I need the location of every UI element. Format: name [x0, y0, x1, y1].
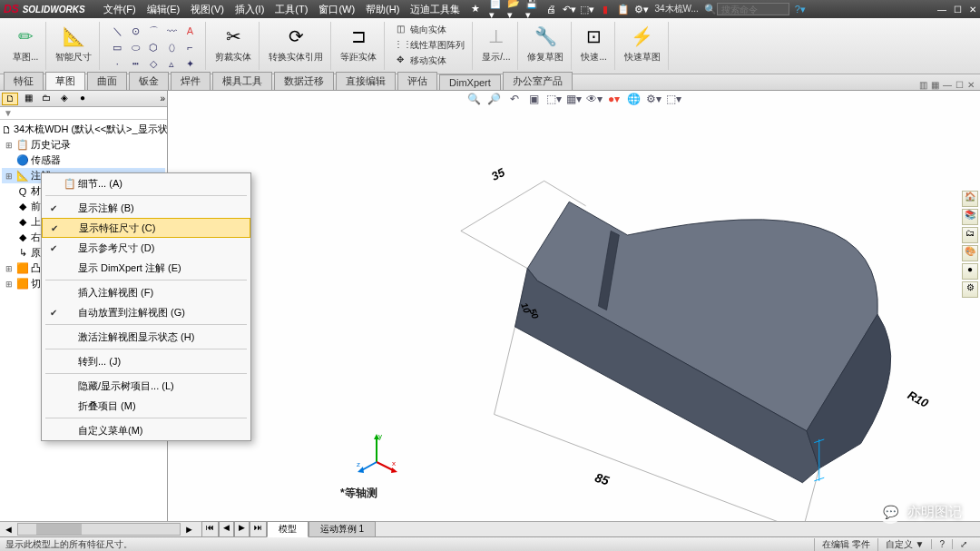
tab-nav-next-icon[interactable]: ▶ — [234, 521, 250, 537]
view-axes-icon[interactable]: ⬚▾ — [666, 93, 682, 109]
view-settings-icon[interactable]: ⚙▾ — [646, 93, 662, 109]
tree-filter-bar[interactable]: ▼ — [0, 107, 167, 120]
cm-collapse-items[interactable]: 折叠项目 (M) — [42, 396, 250, 416]
bottom-tab-model[interactable]: 模型 — [267, 521, 309, 537]
tree-expand-icon[interactable]: » — [160, 93, 165, 103]
tree-root-node[interactable]: 🗋 34木梳WDH (默认<<默认>_显示状态 — [2, 122, 165, 137]
tree-node-sensors[interactable]: 🔵 传感器 — [2, 153, 165, 168]
more-tool-icon[interactable]: ✦ — [181, 56, 198, 71]
display-style-icon[interactable]: ▦▾ — [566, 93, 583, 109]
tab-directedit[interactable]: 直接编辑 — [336, 72, 396, 90]
horizontal-scrollbar[interactable] — [17, 523, 181, 536]
bottom-tab-motion[interactable]: 运动算例 1 — [309, 521, 376, 537]
hide-show-icon[interactable]: 👁▾ — [586, 93, 603, 109]
edit-appearance-icon[interactable]: ●▾ — [606, 93, 622, 109]
tab-moldtools[interactable]: 模具工具 — [212, 72, 272, 90]
menu-view[interactable]: 视图(V) — [191, 3, 224, 16]
view-orientation-icon[interactable]: ⬚▾ — [546, 93, 563, 109]
tree-tab-propertymanager[interactable]: ▦ — [20, 93, 36, 105]
convert-entities-button[interactable]: ⟳ 转换实体引用 — [269, 24, 323, 64]
expander-icon[interactable]: ⊞ — [5, 280, 15, 289]
tab-weldments[interactable]: 焊件 — [171, 72, 211, 90]
tab-sketch[interactable]: 草图 — [45, 72, 85, 90]
tree-tab-display[interactable]: ● — [74, 93, 91, 105]
viewport-minimize-icon[interactable]: — — [943, 80, 952, 90]
tab-office[interactable]: 办公室产品 — [503, 72, 573, 90]
viewport-restore-icon[interactable]: ☐ — [956, 80, 964, 90]
polygon-tool-icon[interactable]: ⬡ — [145, 40, 162, 54]
rebuild-icon[interactable]: ▮ — [598, 2, 612, 16]
cm-activate-display-state[interactable]: 激活注解视图显示状态 (H) — [42, 327, 250, 347]
rapid-sketch-button[interactable]: ⚡ 快速草图 — [624, 24, 661, 64]
sketch-button[interactable]: ✏ 草图... — [13, 24, 38, 64]
taskpane-palette-icon[interactable]: 🎨 — [962, 245, 978, 261]
expander-icon[interactable]: ⊞ — [5, 264, 15, 273]
taskpane-appearance-icon[interactable]: ● — [962, 263, 978, 280]
text-tool-icon[interactable]: A — [181, 24, 198, 38]
expander-icon[interactable]: ⊞ — [5, 141, 15, 150]
fillet-tool-icon[interactable]: ⌐ — [181, 40, 198, 54]
tab-sheetmetal[interactable]: 钣金 — [129, 72, 169, 90]
status-units-icon[interactable]: ? — [931, 539, 952, 549]
zoom-area-icon[interactable]: 🔎 — [486, 93, 503, 109]
tab-nav-first-icon[interactable]: ⏮ — [201, 521, 219, 537]
tree-node-history[interactable]: ⊞ 📋 历史记录 — [2, 137, 165, 153]
gear-icon[interactable]: ⚙▾ — [634, 2, 649, 16]
tab-features[interactable]: 特征 — [4, 72, 44, 90]
graphics-viewport[interactable]: 🔍 🔎 ↶ ▣ ⬚▾ ▦▾ 👁▾ ●▾ 🌐 ⚙▾ ⬚▾ — [168, 91, 980, 521]
viewport-tile-icon[interactable]: ▦ — [931, 80, 939, 90]
cm-show-reference-dimensions[interactable]: ✔显示参考尺寸 (D) — [42, 238, 250, 258]
spline-tool-icon[interactable]: 〰 — [163, 24, 180, 38]
tab-nav-last-icon[interactable]: ⏭ — [250, 521, 267, 537]
menu-maidi[interactable]: 迈迪工具集 — [410, 3, 460, 16]
trim-button[interactable]: ✂ 剪裁实体 — [215, 24, 251, 64]
taskpane-home-icon[interactable]: 🏠 — [962, 191, 978, 207]
menu-star-icon[interactable]: ★ — [471, 3, 480, 16]
menu-window[interactable]: 窗口(W) — [318, 3, 355, 16]
select-icon[interactable]: ⬚▾ — [580, 2, 594, 16]
cm-show-dimxpert[interactable]: 显示 DimXpert 注解 (E) — [42, 258, 250, 278]
menu-tools[interactable]: 工具(T) — [275, 3, 308, 16]
tree-tab-dimxpert[interactable]: ◈ — [56, 93, 73, 105]
apply-scene-icon[interactable]: 🌐 — [626, 93, 642, 109]
expander-icon[interactable]: ⊞ — [5, 172, 15, 181]
minimize-icon[interactable]: — — [937, 5, 946, 15]
tab-datamigration[interactable]: 数据迁移 — [274, 72, 334, 90]
cm-show-annotations[interactable]: ✔显示注解 (B) — [42, 198, 250, 218]
display-button[interactable]: ⊥ 显示/... — [482, 24, 510, 64]
taskpane-custom-icon[interactable]: ⚙ — [962, 281, 978, 298]
ellipse-tool-icon[interactable]: ⬯ — [163, 40, 180, 54]
cm-customize-menu[interactable]: 自定义菜单(M) — [42, 420, 250, 440]
menu-edit[interactable]: 编辑(E) — [147, 3, 181, 16]
scroll-left-icon[interactable]: ◄ — [0, 524, 17, 535]
tab-nav-prev-icon[interactable]: ◀ — [219, 521, 234, 537]
taskpane-library-icon[interactable]: 📚 — [962, 209, 978, 225]
centerline-tool-icon[interactable]: ┅ — [127, 56, 143, 71]
status-custom[interactable]: 自定义 ▼ — [877, 538, 932, 551]
chamfer-tool-icon[interactable]: ▵ — [163, 56, 180, 71]
zoom-fit-icon[interactable]: 🔍 — [466, 93, 483, 109]
cm-insert-annotation-view[interactable]: 插入注解视图 (F) — [42, 282, 250, 302]
arc-tool-icon[interactable]: ⌒ — [145, 24, 162, 38]
plane-tool-icon[interactable]: ◇ — [145, 56, 162, 71]
status-expand-icon[interactable]: ⤢ — [952, 539, 975, 549]
viewport-close-icon[interactable]: ✕ — [967, 80, 975, 90]
offset-entities-button[interactable]: ⊐ 等距实体 — [340, 24, 377, 64]
undo-icon[interactable]: ↶▾ — [562, 2, 576, 16]
point-tool-icon[interactable]: · — [109, 56, 125, 71]
circle-tool-icon[interactable]: ⊙ — [127, 24, 143, 38]
line-tool-icon[interactable]: ＼ — [109, 24, 125, 38]
menu-insert[interactable]: 插入(I) — [235, 3, 264, 16]
cm-auto-place[interactable]: ✔自动放置到注解视图 (G) — [42, 302, 250, 322]
maximize-icon[interactable]: ☐ — [954, 5, 962, 15]
tab-evaluate[interactable]: 评估 — [397, 72, 437, 90]
quick-snap-button[interactable]: ⊡ 快速... — [581, 24, 606, 64]
save-icon[interactable]: 💾▾ — [525, 2, 540, 16]
view-triad[interactable]: y x z — [354, 430, 399, 476]
menu-help[interactable]: 帮助(H) — [366, 3, 399, 16]
cm-goto[interactable]: 转到... (J) — [42, 351, 250, 371]
cm-show-feature-dimensions[interactable]: ✔显示特征尺寸 (C) — [42, 218, 250, 238]
viewport-menu-icon[interactable]: ▥ — [919, 80, 927, 90]
tree-tab-featuremanager[interactable]: 🗋 — [2, 93, 18, 105]
rect-tool-icon[interactable]: ▭ — [109, 40, 125, 54]
